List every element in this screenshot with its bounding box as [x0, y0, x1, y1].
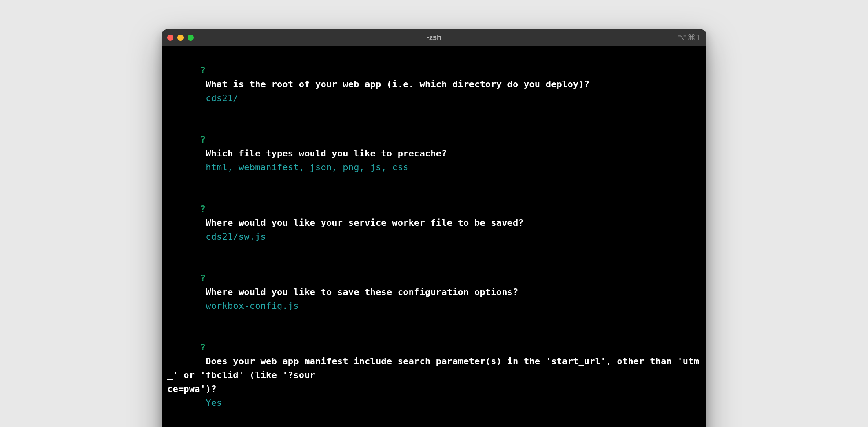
traffic-lights: [167, 35, 194, 41]
prompt-line: ? Please enter the search parameter(s) t…: [167, 424, 701, 427]
prompt-answer-text: workbox-config.js: [206, 301, 299, 311]
prompt-line: ? What is the root of your web app (i.e.…: [167, 50, 701, 119]
prompt-question: [200, 79, 206, 89]
prompt-question-text: Does your web app manifest include searc…: [167, 356, 699, 394]
prompt-line: ? Does your web app manifest include sea…: [167, 327, 701, 424]
prompt-question-text: What is the root of your web app (i.e. w…: [206, 79, 589, 89]
zoom-icon[interactable]: [188, 35, 194, 41]
prompt-answer-text: cds21/sw.js: [206, 231, 266, 242]
prompt-question-text: Where would you like to save these confi…: [206, 287, 518, 297]
prompt-line: ? Which file types would you like to pre…: [167, 119, 701, 188]
prompt-answer-text: html, webmanifest, json, png, js, css: [206, 162, 408, 172]
close-icon[interactable]: [167, 35, 173, 41]
tab-indicator: ⌥⌘1: [678, 33, 701, 42]
prompt-answer: [200, 93, 206, 103]
prompt-question-text: Which file types would you like to preca…: [206, 148, 447, 158]
prompt-line: ? Where would you like your service work…: [167, 188, 701, 258]
prompt-line: ? Where would you like to save these con…: [167, 258, 701, 327]
question-mark-icon: ?: [200, 342, 206, 352]
prompt-question-text: Where would you like your service worker…: [206, 218, 524, 228]
minimize-icon[interactable]: [177, 35, 184, 41]
question-mark-icon: ?: [200, 134, 206, 145]
terminal-window: -zsh ⌥⌘1 ? What is the root of your web …: [162, 29, 706, 427]
question-mark-icon: ?: [200, 65, 206, 75]
question-mark-icon: ?: [200, 204, 206, 214]
window-title: -zsh: [427, 33, 441, 42]
terminal-body[interactable]: ? What is the root of your web app (i.e.…: [162, 46, 706, 427]
titlebar: -zsh ⌥⌘1: [162, 29, 706, 46]
prompt-answer-text: cds21/: [206, 93, 239, 103]
prompt-answer-text: Yes: [206, 398, 222, 408]
question-mark-icon: ?: [200, 273, 206, 283]
